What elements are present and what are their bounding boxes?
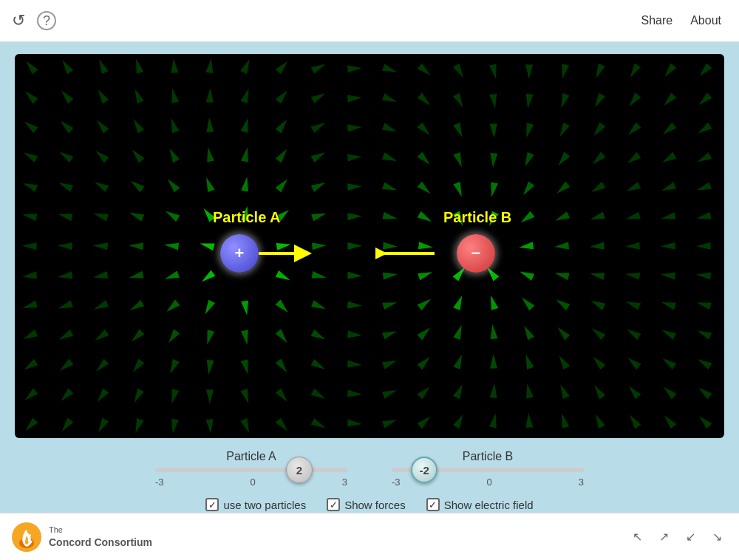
- slider-group-b: Particle B -2 -3 0 3: [392, 450, 584, 488]
- header-left-icons: ↺ ?: [12, 11, 56, 30]
- svg-marker-193: [592, 329, 606, 341]
- svg-marker-121: [22, 242, 37, 250]
- svg-marker-199: [96, 359, 109, 372]
- svg-marker-126: [200, 244, 214, 251]
- svg-marker-227: [382, 390, 397, 399]
- svg-marker-247: [382, 420, 397, 428]
- svg-marker-229: [453, 384, 463, 399]
- svg-marker-4: [136, 59, 143, 74]
- expand-tr-icon[interactable]: ↗: [653, 527, 674, 547]
- svg-marker-35: [526, 94, 534, 109]
- svg-marker-148: [418, 272, 432, 280]
- checkbox-show-forces-box[interactable]: ✓: [327, 498, 340, 511]
- svg-marker-230: [489, 383, 497, 398]
- svg-marker-48: [276, 120, 287, 134]
- svg-marker-206: [347, 361, 362, 368]
- svg-marker-252: [562, 414, 569, 428]
- svg-marker-109: [311, 214, 326, 222]
- svg-marker-54: [490, 123, 497, 138]
- about-link[interactable]: About: [684, 11, 727, 30]
- svg-marker-122: [58, 242, 72, 250]
- svg-marker-57: [593, 123, 605, 137]
- svg-marker-243: [240, 418, 249, 433]
- svg-marker-76: [558, 152, 570, 166]
- checkbox-two-particles-box[interactable]: ✓: [205, 498, 219, 511]
- svg-marker-204: [276, 359, 287, 373]
- svg-marker-6: [205, 58, 213, 73]
- particle-b[interactable]: −: [457, 234, 495, 273]
- svg-marker-47: [241, 118, 248, 133]
- contract-br-icon[interactable]: ↘: [706, 527, 727, 547]
- electric-field-svg: [15, 54, 724, 438]
- particle-b-symbol: −: [471, 244, 481, 263]
- svg-marker-222: [206, 389, 214, 404]
- svg-marker-119: [661, 212, 675, 219]
- svg-marker-36: [561, 93, 569, 108]
- logo-text: The Concord Consortium: [49, 525, 152, 548]
- svg-marker-181: [168, 329, 180, 344]
- svg-marker-24: [134, 89, 143, 103]
- svg-marker-174: [626, 301, 641, 310]
- svg-marker-248: [417, 417, 430, 429]
- logo-the: The: [49, 525, 152, 535]
- svg-marker-142: [165, 270, 180, 279]
- svg-marker-203: [241, 359, 248, 374]
- svg-marker-241: [171, 419, 179, 434]
- svg-marker-93: [453, 182, 461, 197]
- svg-marker-23: [98, 89, 109, 103]
- reload-icon[interactable]: ↺: [12, 11, 25, 30]
- svg-marker-52: [418, 123, 430, 135]
- help-icon[interactable]: ?: [37, 11, 56, 30]
- svg-marker-141: [129, 271, 143, 279]
- slider-a-mid: 0: [251, 477, 256, 488]
- slider-a-track[interactable]: 2: [155, 468, 347, 472]
- svg-marker-233: [594, 385, 605, 399]
- svg-marker-115: [521, 211, 535, 223]
- slider-b-min: -3: [392, 477, 401, 488]
- checkbox-two-particles-label: use two particles: [223, 499, 306, 511]
- svg-marker-144: [276, 270, 290, 280]
- svg-marker-238: [62, 418, 74, 432]
- svg-marker-237: [26, 417, 38, 431]
- svg-marker-95: [523, 182, 534, 196]
- svg-marker-41: [24, 122, 38, 134]
- svg-marker-254: [630, 414, 641, 428]
- svg-marker-153: [590, 273, 605, 280]
- contract-bl-icon[interactable]: ↙: [680, 527, 701, 547]
- slider-b-container: -2: [392, 468, 584, 472]
- slider-a-max: 3: [342, 477, 347, 488]
- header-right-links: Share About: [635, 11, 727, 30]
- svg-marker-90: [347, 183, 362, 191]
- svg-marker-5: [171, 58, 179, 73]
- svg-marker-72: [418, 152, 430, 165]
- svg-marker-30: [347, 95, 362, 102]
- expand-tl-icon[interactable]: ↖: [627, 527, 647, 547]
- checkbox-show-field[interactable]: ✓ Show electric field: [426, 498, 534, 511]
- slider-a-thumb[interactable]: 2: [286, 457, 313, 483]
- svg-marker-40: [698, 93, 712, 106]
- svg-marker-58: [628, 123, 641, 135]
- svg-marker-245: [311, 418, 326, 428]
- particle-a[interactable]: +: [220, 234, 259, 273]
- checkbox-two-particles[interactable]: ✓ use two particles: [205, 498, 306, 511]
- simulation-canvas[interactable]: Particle A Particle B + −: [15, 54, 724, 438]
- svg-marker-232: [560, 384, 569, 399]
- slider-b-thumb[interactable]: -2: [411, 457, 437, 483]
- force-arrow-b: [375, 243, 435, 264]
- svg-marker-38: [629, 93, 641, 107]
- svg-marker-53: [453, 123, 462, 137]
- share-link[interactable]: Share: [635, 11, 678, 30]
- svg-marker-83: [95, 182, 109, 192]
- svg-marker-89: [311, 182, 326, 192]
- svg-marker-104: [129, 213, 144, 222]
- svg-marker-67: [241, 147, 248, 162]
- checkbox-show-field-box[interactable]: ✓: [426, 498, 440, 511]
- svg-marker-221: [171, 389, 179, 403]
- slider-b-track[interactable]: -2: [392, 468, 584, 472]
- svg-marker-55: [526, 123, 534, 137]
- svg-marker-29: [311, 93, 326, 103]
- svg-marker-99: [661, 182, 676, 191]
- svg-marker-150: [487, 267, 499, 281]
- checkbox-show-forces[interactable]: ✓ Show forces: [327, 498, 406, 511]
- svg-marker-228: [418, 386, 430, 399]
